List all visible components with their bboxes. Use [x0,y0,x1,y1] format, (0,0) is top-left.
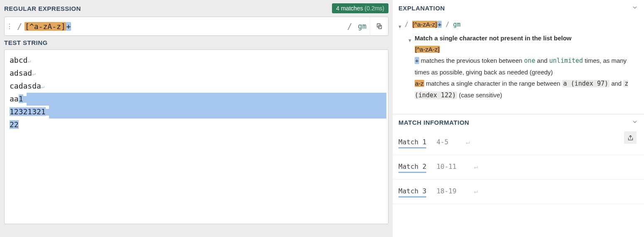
match-count: 4 matches [336,5,363,12]
regex-quantifier-token: + [66,22,71,31]
copy-icon [376,23,383,30]
match-info-body: Match 14-5↵Match 210-11↵Match 318-19↵ [393,131,644,224]
match-info-section: MATCH INFORMATION Match 14-5↵Match 210-1… [393,114,644,224]
explanation-title: EXPLANATION [398,5,445,12]
match-row[interactable]: Match 14-5↵ [393,131,644,155]
test-line: 12321321↵ [6,106,386,118]
export-button[interactable] [624,131,637,144]
match-status-badge: 4 matches (0.2ms) [332,3,388,13]
explain-charclass: [^a-zA-z] [412,21,438,28]
explain-range-text1: matches a single character in the range … [426,80,560,87]
regex-input[interactable]: ⋮ / [^a-zA-z]+ / gm [4,17,388,36]
explain-range-a: a (index 97) [562,80,610,87]
regex-header: REGULAR EXPRESSION 4 matches (0.2ms) [4,0,388,17]
test-line: cadasda↵ [6,80,386,93]
match-row[interactable]: Match 210-11↵ [393,155,644,180]
explain-delim-close: / [442,21,453,28]
test-line: 22 [6,118,386,131]
match-label: Match 3 [398,187,426,196]
regex-pattern[interactable]: [^a-zA-z]+ [25,17,344,35]
explain-range-badge: a-z [415,80,424,87]
explanation-body: ▼ / [^a-zA-z]+ / gm ▼ Match a single cha… [393,16,644,114]
test-string-header: TEST STRING [4,36,388,49]
match-range: 10-11 [436,163,456,170]
drag-handle-icon[interactable]: ⋮ [5,17,15,35]
test-line: adsad↵ [6,67,386,80]
match-row[interactable]: Match 318-19↵ [393,180,644,204]
explain-and: and [537,57,548,64]
explanation-header[interactable]: EXPLANATION [393,0,644,16]
explain-unlimited: unlimited [549,57,583,64]
copy-button[interactable] [370,17,388,35]
test-line: aa1↵ [6,93,386,106]
left-panel: REGULAR EXPRESSION 4 matches (0.2ms) ⋮ /… [0,0,393,237]
newline-icon: ↵ [474,163,478,170]
match-label: Match 1 [398,138,426,147]
explain-quant-text1: matches the previous token between [421,57,522,64]
match-info-title: MATCH INFORMATION [398,119,469,126]
match-label: Match 2 [398,163,426,172]
regex-open-delim: / [15,17,25,35]
explain-quant-badge: + [415,57,419,64]
export-icon [627,135,634,141]
tree-toggle-icon[interactable]: ▼ [398,19,402,32]
chevron-down-icon [632,4,638,12]
explain-quant: + [438,21,442,28]
regex-title: REGULAR EXPRESSION [4,5,81,12]
explain-delim: / [405,21,412,28]
match-time: (0.2ms) [365,5,384,12]
regex-close-delim: / [344,17,354,35]
match-info-header[interactable]: MATCH INFORMATION [393,114,644,131]
tree-toggle-icon[interactable]: ▼ [408,32,412,46]
match-range: 18-19 [436,187,456,195]
newline-icon: ↵ [466,138,470,146]
test-line: abcd↵ [6,54,386,67]
explanation-section: EXPLANATION ▼ / [^a-zA-z]+ / gm ▼ Match … [393,0,644,114]
regex-flags[interactable]: gm [355,17,370,35]
test-string-title: TEST STRING [4,39,48,46]
newline-icon: ↵ [474,187,478,195]
chevron-down-icon [632,118,638,126]
match-range: 4-5 [436,138,448,146]
explain-one: one [524,57,535,64]
explain-range-and: and [611,80,622,87]
explain-title-line: Match a single character not present in … [415,35,572,42]
test-string-input[interactable]: abcd↵adsad↵cadasda↵aa1↵ 12321321↵ 22 [4,49,388,224]
explain-range-text2: (case sensitive) [459,91,502,99]
right-panel: EXPLANATION ▼ / [^a-zA-z]+ / gm ▼ Match … [393,0,644,237]
explain-class-badge: [^a-zA-z] [415,46,440,53]
explain-flags: gm [453,21,461,28]
regex-charclass-token: [^a-zA-z] [25,22,66,31]
